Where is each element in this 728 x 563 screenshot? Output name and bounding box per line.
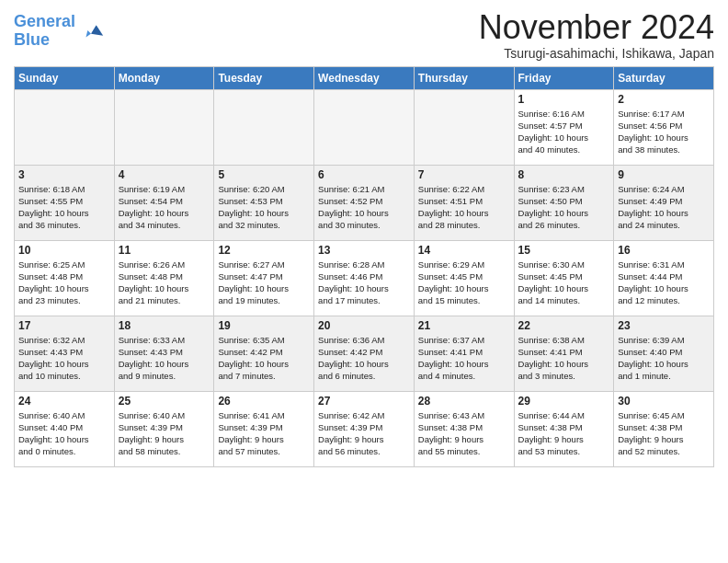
day-number: 18 bbox=[119, 319, 210, 332]
day-number: 24 bbox=[18, 395, 110, 408]
day-number: 16 bbox=[618, 244, 710, 257]
day-info: Sunrise: 6:37 AM Sunset: 4:41 PM Dayligh… bbox=[418, 334, 510, 383]
day-info: Sunrise: 6:30 AM Sunset: 4:45 PM Dayligh… bbox=[518, 259, 610, 307]
day-cell: 26Sunrise: 6:41 AM Sunset: 4:39 PM Dayli… bbox=[214, 391, 314, 466]
day-cell: 2Sunrise: 6:17 AM Sunset: 4:56 PM Daylig… bbox=[614, 89, 714, 165]
day-info: Sunrise: 6:24 AM Sunset: 4:49 PM Dayligh… bbox=[618, 183, 710, 232]
day-cell: 9Sunrise: 6:24 AM Sunset: 4:49 PM Daylig… bbox=[614, 165, 714, 240]
day-cell: 28Sunrise: 6:43 AM Sunset: 4:38 PM Dayli… bbox=[414, 391, 514, 466]
title-area: November 2024 Tsurugi-asahimachi, Ishika… bbox=[479, 9, 714, 61]
day-info: Sunrise: 6:31 AM Sunset: 4:44 PM Dayligh… bbox=[618, 259, 710, 307]
page: General Blue November 2024 Tsurugi-asahi… bbox=[0, 0, 728, 563]
day-number: 3 bbox=[18, 168, 110, 181]
day-info: Sunrise: 6:35 AM Sunset: 4:42 PM Dayligh… bbox=[218, 334, 310, 383]
day-info: Sunrise: 6:41 AM Sunset: 4:39 PM Dayligh… bbox=[218, 409, 310, 458]
day-cell: 20Sunrise: 6:36 AM Sunset: 4:42 PM Dayli… bbox=[314, 316, 415, 391]
day-info: Sunrise: 6:38 AM Sunset: 4:41 PM Dayligh… bbox=[518, 334, 610, 383]
day-number: 22 bbox=[518, 319, 610, 332]
day-number: 6 bbox=[318, 168, 410, 181]
day-cell: 10Sunrise: 6:25 AM Sunset: 4:48 PM Dayli… bbox=[15, 240, 115, 316]
day-number: 7 bbox=[418, 168, 510, 181]
day-cell: 16Sunrise: 6:31 AM Sunset: 4:44 PM Dayli… bbox=[614, 240, 714, 316]
weekday-header-row: Sunday Monday Tuesday Wednesday Thursday… bbox=[15, 66, 714, 89]
day-cell: 7Sunrise: 6:22 AM Sunset: 4:51 PM Daylig… bbox=[414, 165, 514, 240]
day-number: 10 bbox=[18, 244, 110, 257]
logo-blue: Blue bbox=[14, 31, 75, 50]
day-info: Sunrise: 6:20 AM Sunset: 4:53 PM Dayligh… bbox=[218, 183, 310, 232]
day-cell: 3Sunrise: 6:18 AM Sunset: 4:55 PM Daylig… bbox=[15, 165, 115, 240]
day-cell bbox=[314, 89, 415, 165]
day-info: Sunrise: 6:23 AM Sunset: 4:50 PM Dayligh… bbox=[518, 183, 610, 232]
day-number: 2 bbox=[618, 93, 710, 106]
header-friday: Friday bbox=[514, 66, 614, 89]
day-number: 20 bbox=[318, 319, 410, 332]
day-cell: 4Sunrise: 6:19 AM Sunset: 4:54 PM Daylig… bbox=[114, 165, 214, 240]
day-cell bbox=[414, 89, 514, 165]
day-number: 25 bbox=[119, 395, 210, 408]
week-row-1: 1Sunrise: 6:16 AM Sunset: 4:57 PM Daylig… bbox=[15, 89, 714, 165]
month-title: November 2024 bbox=[479, 9, 714, 46]
day-info: Sunrise: 6:42 AM Sunset: 4:39 PM Dayligh… bbox=[318, 409, 410, 458]
week-row-2: 3Sunrise: 6:18 AM Sunset: 4:55 PM Daylig… bbox=[15, 165, 714, 240]
day-number: 14 bbox=[418, 244, 510, 257]
week-row-3: 10Sunrise: 6:25 AM Sunset: 4:48 PM Dayli… bbox=[15, 240, 714, 316]
day-cell bbox=[214, 89, 314, 165]
day-info: Sunrise: 6:40 AM Sunset: 4:39 PM Dayligh… bbox=[119, 409, 210, 458]
day-cell bbox=[15, 89, 115, 165]
day-info: Sunrise: 6:40 AM Sunset: 4:40 PM Dayligh… bbox=[18, 409, 110, 458]
header-sunday: Sunday bbox=[15, 66, 115, 89]
day-number: 1 bbox=[518, 93, 610, 106]
logo-text-block: General Blue bbox=[14, 13, 75, 50]
day-number: 12 bbox=[218, 244, 310, 257]
day-info: Sunrise: 6:36 AM Sunset: 4:42 PM Dayligh… bbox=[318, 334, 410, 383]
day-number: 28 bbox=[418, 395, 510, 408]
week-row-5: 24Sunrise: 6:40 AM Sunset: 4:40 PM Dayli… bbox=[15, 391, 714, 466]
day-cell: 1Sunrise: 6:16 AM Sunset: 4:57 PM Daylig… bbox=[514, 89, 614, 165]
day-number: 15 bbox=[518, 244, 610, 257]
day-info: Sunrise: 6:43 AM Sunset: 4:38 PM Dayligh… bbox=[418, 409, 510, 458]
day-cell: 24Sunrise: 6:40 AM Sunset: 4:40 PM Dayli… bbox=[15, 391, 115, 466]
day-number: 23 bbox=[618, 319, 710, 332]
day-info: Sunrise: 6:32 AM Sunset: 4:43 PM Dayligh… bbox=[18, 334, 110, 383]
day-number: 5 bbox=[218, 168, 310, 181]
day-number: 11 bbox=[119, 244, 210, 257]
day-number: 13 bbox=[318, 244, 410, 257]
day-info: Sunrise: 6:21 AM Sunset: 4:52 PM Dayligh… bbox=[318, 183, 410, 232]
day-cell: 19Sunrise: 6:35 AM Sunset: 4:42 PM Dayli… bbox=[214, 316, 314, 391]
day-info: Sunrise: 6:44 AM Sunset: 4:38 PM Dayligh… bbox=[518, 409, 610, 458]
day-cell: 18Sunrise: 6:33 AM Sunset: 4:43 PM Dayli… bbox=[114, 316, 214, 391]
day-number: 30 bbox=[618, 395, 710, 408]
header-wednesday: Wednesday bbox=[314, 66, 415, 89]
day-cell: 12Sunrise: 6:27 AM Sunset: 4:47 PM Dayli… bbox=[214, 240, 314, 316]
day-info: Sunrise: 6:19 AM Sunset: 4:54 PM Dayligh… bbox=[119, 183, 210, 232]
day-number: 27 bbox=[318, 395, 410, 408]
day-number: 26 bbox=[218, 395, 310, 408]
day-cell: 29Sunrise: 6:44 AM Sunset: 4:38 PM Dayli… bbox=[514, 391, 614, 466]
day-cell: 14Sunrise: 6:29 AM Sunset: 4:45 PM Dayli… bbox=[414, 240, 514, 316]
calendar-table: Sunday Monday Tuesday Wednesday Thursday… bbox=[14, 66, 714, 467]
header-tuesday: Tuesday bbox=[214, 66, 314, 89]
day-info: Sunrise: 6:16 AM Sunset: 4:57 PM Dayligh… bbox=[518, 108, 610, 156]
day-info: Sunrise: 6:25 AM Sunset: 4:48 PM Dayligh… bbox=[18, 259, 110, 307]
week-row-4: 17Sunrise: 6:32 AM Sunset: 4:43 PM Dayli… bbox=[15, 316, 714, 391]
day-info: Sunrise: 6:28 AM Sunset: 4:46 PM Dayligh… bbox=[318, 259, 410, 307]
header-saturday: Saturday bbox=[614, 66, 714, 89]
day-info: Sunrise: 6:18 AM Sunset: 4:55 PM Dayligh… bbox=[18, 183, 110, 232]
day-cell: 5Sunrise: 6:20 AM Sunset: 4:53 PM Daylig… bbox=[214, 165, 314, 240]
day-cell: 13Sunrise: 6:28 AM Sunset: 4:46 PM Dayli… bbox=[314, 240, 415, 316]
day-cell: 25Sunrise: 6:40 AM Sunset: 4:39 PM Dayli… bbox=[114, 391, 214, 466]
day-cell: 17Sunrise: 6:32 AM Sunset: 4:43 PM Dayli… bbox=[15, 316, 115, 391]
logo-general: General bbox=[14, 12, 75, 30]
day-cell: 22Sunrise: 6:38 AM Sunset: 4:41 PM Dayli… bbox=[514, 316, 614, 391]
logo-text: General bbox=[14, 13, 75, 31]
day-number: 29 bbox=[518, 395, 610, 408]
header-monday: Monday bbox=[114, 66, 214, 89]
logo: General Blue bbox=[14, 13, 105, 50]
day-number: 21 bbox=[418, 319, 510, 332]
location: Tsurugi-asahimachi, Ishikawa, Japan bbox=[479, 46, 714, 61]
day-cell: 30Sunrise: 6:45 AM Sunset: 4:38 PM Dayli… bbox=[614, 391, 714, 466]
day-number: 4 bbox=[119, 168, 210, 181]
day-cell: 21Sunrise: 6:37 AM Sunset: 4:41 PM Dayli… bbox=[414, 316, 514, 391]
day-info: Sunrise: 6:26 AM Sunset: 4:48 PM Dayligh… bbox=[119, 259, 210, 307]
header-thursday: Thursday bbox=[414, 66, 514, 89]
